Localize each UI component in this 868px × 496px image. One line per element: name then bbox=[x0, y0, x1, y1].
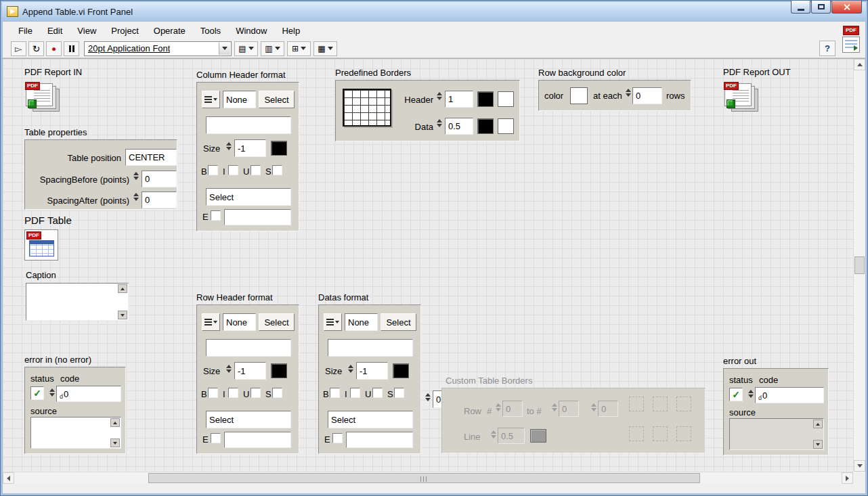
caption-textarea[interactable] bbox=[26, 283, 129, 321]
font-selector[interactable]: 20pt Application Font bbox=[84, 41, 232, 56]
menu-edit[interactable]: Edit bbox=[40, 23, 70, 39]
italic-checkbox[interactable] bbox=[350, 388, 360, 398]
rows-count-field[interactable]: 0 bbox=[632, 87, 662, 104]
align-objects-dropdown[interactable]: ▤ bbox=[234, 41, 258, 56]
extra-field[interactable] bbox=[346, 432, 413, 448]
strike-checkbox[interactable] bbox=[272, 388, 282, 398]
menu-operate[interactable]: Operate bbox=[146, 23, 193, 39]
index-spinner[interactable] bbox=[424, 393, 431, 401]
pdf-report-in-control[interactable]: PDF bbox=[24, 81, 61, 114]
extra-field[interactable] bbox=[224, 209, 291, 225]
row-color-swatch[interactable] bbox=[570, 87, 588, 104]
menu-tools[interactable]: Tools bbox=[193, 23, 228, 39]
horizontal-scrollbar[interactable] bbox=[3, 472, 853, 484]
caption-scrollbar[interactable] bbox=[118, 284, 127, 319]
pdf-report-out-control[interactable]: PDF bbox=[723, 81, 760, 114]
vi-icon[interactable] bbox=[7, 6, 18, 17]
scroll-up-button[interactable] bbox=[854, 59, 865, 70]
spacing-before-spinner[interactable] bbox=[132, 172, 139, 180]
font-color-swatch[interactable] bbox=[393, 363, 409, 378]
extra-checkbox[interactable] bbox=[211, 433, 221, 443]
data-width-spinner[interactable] bbox=[435, 119, 443, 127]
pdf-toolkit-icon[interactable]: PDF bbox=[843, 26, 859, 35]
format-text-field[interactable] bbox=[206, 116, 291, 134]
abort-button[interactable]: ● bbox=[46, 41, 62, 56]
rows-count-spinner[interactable] bbox=[624, 89, 632, 97]
table-position-field[interactable]: CENTER bbox=[125, 149, 177, 166]
header-fill-color-swatch[interactable] bbox=[498, 91, 514, 107]
justify-dropdown-button[interactable] bbox=[324, 313, 342, 331]
code-spinner[interactable] bbox=[48, 388, 56, 397]
spacing-after-spinner[interactable] bbox=[132, 193, 139, 201]
spacing-before-field[interactable]: 0 bbox=[142, 171, 177, 187]
font-select-field[interactable]: Select bbox=[206, 188, 291, 206]
bold-checkbox[interactable] bbox=[208, 388, 218, 398]
header-border-color-swatch[interactable] bbox=[477, 91, 494, 107]
close-button[interactable] bbox=[831, 1, 862, 14]
header-width-field[interactable]: 1 bbox=[445, 91, 473, 108]
resize-objects-dropdown[interactable]: ⊞ bbox=[287, 41, 311, 56]
alignment-select[interactable]: None bbox=[345, 313, 378, 331]
scroll-down-button[interactable] bbox=[118, 311, 127, 319]
pdf-table-control[interactable]: PDF bbox=[24, 229, 58, 261]
scroll-up-button[interactable] bbox=[813, 420, 823, 428]
underline-checkbox[interactable] bbox=[372, 388, 383, 398]
context-help-button[interactable]: ? bbox=[819, 41, 836, 56]
status-boolean[interactable]: ✓ bbox=[30, 386, 44, 400]
size-field[interactable]: -1 bbox=[234, 362, 266, 380]
menu-help[interactable]: Help bbox=[274, 23, 307, 39]
scroll-down-button[interactable] bbox=[813, 440, 823, 449]
header-width-spinner[interactable] bbox=[435, 92, 443, 100]
menu-window[interactable]: Window bbox=[228, 23, 274, 39]
font-color-swatch[interactable] bbox=[271, 141, 287, 156]
color-select-button[interactable]: Select bbox=[259, 91, 295, 108]
size-field[interactable]: -1 bbox=[356, 362, 388, 380]
data-width-field[interactable]: 0.5 bbox=[445, 118, 473, 135]
vertical-scroll-thumb[interactable] bbox=[854, 256, 865, 274]
alignment-select[interactable]: None bbox=[223, 91, 256, 108]
alignment-select[interactable]: None bbox=[223, 313, 256, 331]
scroll-down-button[interactable] bbox=[110, 438, 120, 447]
scroll-right-button[interactable] bbox=[842, 472, 853, 484]
size-spinner[interactable] bbox=[347, 365, 354, 373]
horizontal-scroll-thumb[interactable] bbox=[148, 473, 700, 483]
scroll-left-button[interactable] bbox=[3, 472, 14, 484]
justify-dropdown-button[interactable] bbox=[202, 313, 220, 331]
scroll-down-button[interactable] bbox=[854, 460, 865, 472]
data-border-color-swatch[interactable] bbox=[477, 118, 494, 134]
color-select-button[interactable]: Select bbox=[259, 313, 295, 331]
run-button[interactable]: ▻ bbox=[11, 41, 26, 56]
font-color-swatch[interactable] bbox=[271, 363, 287, 378]
bold-checkbox[interactable] bbox=[208, 165, 218, 175]
underline-checkbox[interactable] bbox=[251, 388, 261, 398]
strike-checkbox[interactable] bbox=[394, 388, 404, 398]
menu-project[interactable]: Project bbox=[104, 23, 146, 39]
format-text-field[interactable] bbox=[328, 339, 413, 357]
source-scrollbar[interactable] bbox=[813, 420, 823, 449]
spacing-after-field[interactable]: 0 bbox=[142, 191, 177, 208]
source-scrollbar[interactable] bbox=[110, 418, 120, 447]
titlebar[interactable]: Append Table.vi Front Panel bbox=[2, 2, 866, 21]
font-selector-dropdown[interactable] bbox=[219, 43, 230, 55]
italic-checkbox[interactable] bbox=[228, 388, 238, 398]
menu-view[interactable]: View bbox=[70, 23, 104, 39]
size-spinner[interactable] bbox=[225, 142, 232, 150]
italic-checkbox[interactable] bbox=[228, 165, 238, 175]
report-palette-icon[interactable] bbox=[842, 37, 860, 53]
status-boolean[interactable]: ✓ bbox=[729, 388, 743, 401]
extra-field[interactable] bbox=[224, 432, 291, 448]
pause-button[interactable] bbox=[64, 41, 79, 56]
size-field[interactable]: -1 bbox=[234, 139, 266, 157]
strike-checkbox[interactable] bbox=[272, 165, 282, 175]
reorder-dropdown[interactable]: ▦ bbox=[313, 41, 337, 56]
font-select-field[interactable]: Select bbox=[206, 411, 291, 428]
menu-file[interactable]: File bbox=[11, 23, 40, 39]
code-field[interactable]: d 0 bbox=[56, 386, 121, 402]
color-select-button[interactable]: Select bbox=[381, 313, 416, 331]
underline-checkbox[interactable] bbox=[251, 165, 261, 175]
format-text-field[interactable] bbox=[206, 339, 291, 357]
size-spinner[interactable] bbox=[225, 365, 232, 373]
extra-checkbox[interactable] bbox=[211, 210, 221, 221]
bold-checkbox[interactable] bbox=[330, 388, 340, 398]
justify-dropdown-button[interactable] bbox=[202, 91, 220, 108]
